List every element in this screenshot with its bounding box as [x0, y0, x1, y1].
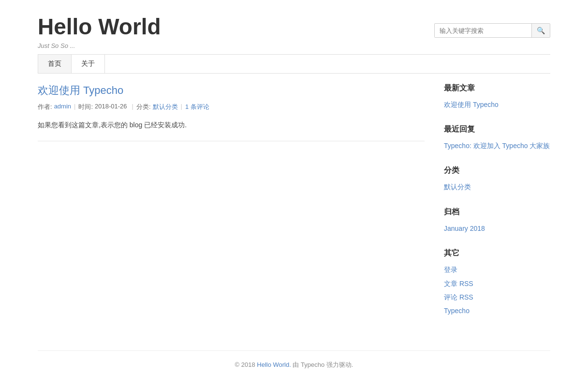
category-link-0[interactable]: 默认分类	[444, 183, 471, 191]
post-title-link[interactable]: 欢迎使用 Typecho	[38, 84, 123, 96]
nav-list: 首页 关于	[38, 55, 550, 73]
sidebar-recent-list: Typecho: 欢迎加入 Typecho 大家族	[444, 140, 550, 151]
list-item: 登录	[444, 264, 550, 275]
recent-comment-link-0[interactable]: Typecho: 欢迎加入 Typecho 大家族	[444, 142, 550, 150]
sidebar-latest-list: 欢迎使用 Typecho	[444, 99, 550, 110]
list-item: 文章 RSS	[444, 278, 550, 289]
post-divider	[38, 141, 425, 141]
search-form: 🔍	[434, 23, 550, 38]
meta-sep-2: |	[132, 103, 133, 111]
sidebar-recent-heading: 最近回复	[444, 124, 550, 135]
post-time: 2018-01-26	[95, 103, 127, 111]
latest-article-link-0[interactable]: 欢迎使用 Typecho	[444, 101, 499, 108]
sidebar-categories-list: 默认分类	[444, 181, 550, 192]
nav-item-home[interactable]: 首页	[38, 55, 72, 73]
other-link-0[interactable]: 登录	[444, 266, 457, 273]
archive-link-0[interactable]: January 2018	[444, 225, 485, 232]
sidebar-other: 其它 登录 文章 RSS 评论 RSS Typecho	[444, 248, 550, 317]
category-link[interactable]: 默认分类	[153, 103, 178, 111]
sidebar-categories-heading: 分类	[444, 166, 550, 176]
search-button[interactable]: 🔍	[531, 24, 550, 37]
author-link[interactable]: admin	[54, 103, 71, 111]
sidebar-archives-list: January 2018	[444, 223, 550, 234]
search-input[interactable]	[435, 24, 531, 37]
site-nav: 首页 关于	[38, 54, 550, 74]
sidebar: 最新文章 欢迎使用 Typecho 最近回复 Typecho: 欢迎加入 Typ…	[444, 83, 550, 331]
sidebar-latest-articles: 最新文章 欢迎使用 Typecho	[444, 83, 550, 110]
post-excerpt: 如果您看到这篇文章,表示您的 blog 已经安装成功.	[38, 119, 425, 131]
list-item: 欢迎使用 Typecho	[444, 99, 550, 110]
main-content: 欢迎使用 Typecho 作者: admin | 时间: 2018-01-26 …	[38, 83, 425, 331]
nav-link-about[interactable]: 关于	[72, 55, 105, 73]
site-footer: © 2018 Hello World. 由 Typecho 强力驱动.	[38, 350, 550, 379]
sidebar-categories: 分类 默认分类	[444, 166, 550, 192]
other-link-2[interactable]: 评论 RSS	[444, 293, 473, 301]
post-title: 欢迎使用 Typecho	[38, 83, 425, 98]
nav-item-about[interactable]: 关于	[72, 55, 105, 73]
meta-sep-3: |	[181, 103, 182, 111]
site-branding: Hello World Just So So ...	[38, 15, 161, 49]
site-header: Hello World Just So So ... 🔍	[38, 0, 550, 54]
sidebar-other-heading: 其它	[444, 248, 550, 258]
comments-link[interactable]: 1 条评论	[185, 103, 209, 111]
site-subtitle: Just So So ...	[38, 42, 161, 49]
list-item: January 2018	[444, 223, 550, 234]
meta-sep-1: |	[74, 103, 75, 111]
list-item: 评论 RSS	[444, 292, 550, 302]
post-item: 欢迎使用 Typecho 作者: admin | 时间: 2018-01-26 …	[38, 83, 425, 131]
list-item: Typecho: 欢迎加入 Typecho 大家族	[444, 140, 550, 151]
other-link-3[interactable]: Typecho	[444, 307, 470, 315]
sidebar-recent-comments: 最近回复 Typecho: 欢迎加入 Typecho 大家族	[444, 124, 550, 151]
time-label: 时间:	[78, 103, 93, 111]
footer-powered: 由 Typecho 强力驱动.	[293, 361, 353, 368]
nav-link-home[interactable]: 首页	[38, 55, 72, 73]
sidebar-archives: 归档 January 2018	[444, 207, 550, 234]
content-area: 欢迎使用 Typecho 作者: admin | 时间: 2018-01-26 …	[38, 83, 550, 331]
sidebar-other-list: 登录 文章 RSS 评论 RSS Typecho	[444, 264, 550, 317]
category-label: 分类:	[136, 103, 151, 111]
sidebar-archives-heading: 归档	[444, 207, 550, 217]
author-label: 作者:	[38, 103, 52, 111]
sidebar-latest-heading: 最新文章	[444, 83, 550, 93]
footer-site-link[interactable]: Hello World.	[257, 361, 291, 368]
list-item: Typecho	[444, 305, 550, 316]
post-meta: 作者: admin | 时间: 2018-01-26 | 分类: 默认分类 | …	[38, 103, 425, 111]
list-item: 默认分类	[444, 181, 550, 192]
other-link-1[interactable]: 文章 RSS	[444, 280, 473, 287]
footer-copyright: © 2018	[235, 361, 255, 368]
site-title: Hello World	[38, 15, 161, 39]
